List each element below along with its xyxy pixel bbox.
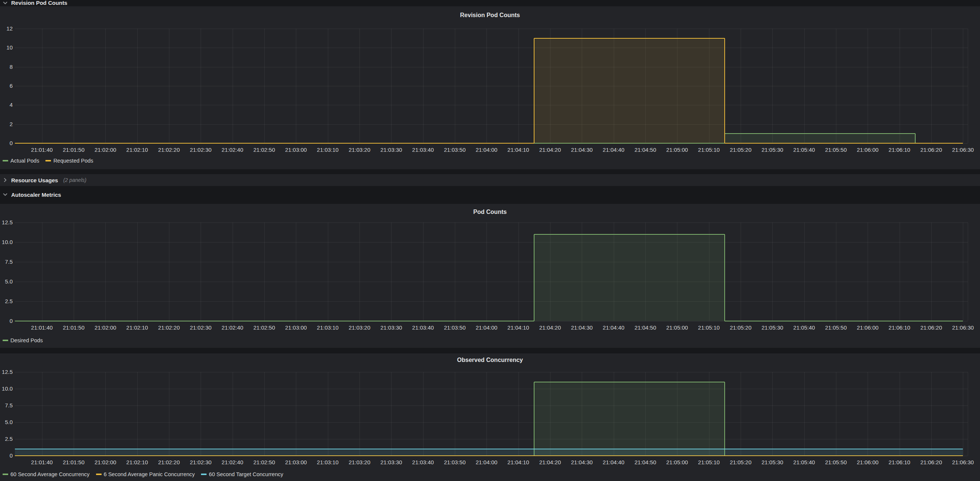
x-axis-tick-label: 21:01:40 <box>26 324 58 331</box>
legend-label: 60 Second Target Concurrency <box>209 471 283 477</box>
y-axis-tick-label: 2.5 <box>0 298 13 305</box>
legend-color-dash <box>3 473 8 475</box>
x-axis-tick-label: 21:05:40 <box>789 324 820 331</box>
legend-color-dash <box>96 473 102 475</box>
x-axis-tick-label: 21:03:50 <box>439 459 471 466</box>
plot-area[interactable] <box>15 372 968 456</box>
row-panels-count: (2 panels) <box>63 177 86 183</box>
y-axis-tick-label: 12.5 <box>0 369 13 375</box>
y-axis-tick-label: 10.0 <box>0 386 13 392</box>
x-axis-tick-label: 21:04:50 <box>630 459 661 466</box>
legend-item[interactable]: 60 Second Target Concurrency <box>201 471 283 477</box>
x-axis-tick-label: 21:05:20 <box>725 459 756 466</box>
panel-legend: Desired Pods <box>3 337 43 344</box>
x-axis-tick-label: 21:06:10 <box>884 459 915 466</box>
x-axis-tick-label: 21:02:10 <box>122 146 153 153</box>
x-axis-tick-label: 21:06:10 <box>884 324 915 331</box>
x-axis-tick-label: 21:01:40 <box>26 146 58 153</box>
x-axis-tick-label: 21:04:30 <box>566 324 597 331</box>
y-axis-tick-label: 10.0 <box>0 239 13 246</box>
panel-title[interactable]: Pod Counts <box>0 209 980 215</box>
plot-area[interactable] <box>15 29 968 143</box>
x-axis-tick-label: 21:03:40 <box>407 459 439 466</box>
row-title: Resource Usages <box>11 177 58 183</box>
x-axis-tick-label: 21:03:20 <box>344 459 375 466</box>
y-axis-tick-label: 12.5 <box>0 219 13 226</box>
row-title: Autoscaler Metrics <box>11 192 61 198</box>
x-axis-tick-label: 21:04:20 <box>535 146 566 153</box>
x-axis-tick-label: 21:05:50 <box>820 324 851 331</box>
x-axis-tick-label: 21:04:10 <box>503 459 534 466</box>
plot-right-edge <box>968 222 968 321</box>
chevron-right-icon <box>3 178 8 183</box>
legend-color-dash <box>45 160 51 162</box>
chevron-down-icon <box>3 0 8 6</box>
x-axis-tick-label: 21:02:30 <box>185 459 216 466</box>
y-axis-tick-label: 5.0 <box>0 278 13 285</box>
x-axis-tick-label: 21:03:40 <box>407 146 439 153</box>
x-axis-tick-label: 21:03:10 <box>312 459 344 466</box>
x-axis-tick-label: 21:03:00 <box>280 459 312 466</box>
panel-title[interactable]: Revision Pod Counts <box>0 12 980 19</box>
x-axis-tick-label: 21:04:00 <box>471 324 502 331</box>
x-axis-tick-label: 21:06:00 <box>852 324 883 331</box>
x-axis-tick-label: 21:05:20 <box>725 146 756 153</box>
y-axis-tick-label: 12 <box>0 25 13 32</box>
x-axis-tick-label: 21:05:00 <box>662 459 693 466</box>
x-axis-tick-label: 21:06:00 <box>852 459 883 466</box>
x-axis-tick-label: 21:01:50 <box>58 459 89 466</box>
legend-item[interactable]: Actual Pods <box>3 158 39 164</box>
plot-area[interactable] <box>15 222 968 321</box>
x-axis-tick-label: 21:03:30 <box>375 146 407 153</box>
x-axis-tick-label: 21:02:50 <box>249 146 280 153</box>
chevron-down-icon <box>3 192 8 197</box>
legend-color-dash <box>201 473 207 475</box>
x-axis-tick-label: 21:06:20 <box>916 459 947 466</box>
x-axis-tick-label: 21:05:50 <box>820 146 851 153</box>
legend-item[interactable]: Desired Pods <box>3 337 43 343</box>
x-axis-tick-label: 21:06:30 <box>947 146 978 153</box>
x-axis-tick-label: 21:05:10 <box>694 459 725 466</box>
panel-legend: Actual PodsRequested Pods <box>3 157 94 164</box>
panel-title-text: Pod Counts <box>473 209 507 215</box>
legend-label: 6 Second Average Panic Concurrency <box>104 471 195 477</box>
x-axis-tick-label: 21:03:20 <box>344 324 375 331</box>
panel-revision-pod-counts: Revision Pod Counts 02468101221:01:4021:… <box>0 6 980 169</box>
x-axis-tick-label: 21:02:20 <box>153 324 185 331</box>
legend-item[interactable]: Requested Pods <box>45 158 93 164</box>
x-axis-tick-label: 21:04:10 <box>503 324 534 331</box>
x-axis-tick-label: 21:02:10 <box>122 324 153 331</box>
y-axis-tick-label: 0 <box>0 318 13 324</box>
row-header-autoscaler-metrics[interactable]: Autoscaler Metrics <box>0 188 980 201</box>
legend-label: Requested Pods <box>53 158 93 164</box>
legend-item[interactable]: 6 Second Average Panic Concurrency <box>96 471 195 477</box>
x-axis-tick-label: 21:02:50 <box>249 459 280 466</box>
panel-title[interactable]: Observed Concurrency <box>0 357 980 364</box>
x-axis-tick-label: 21:06:30 <box>947 459 978 466</box>
x-axis-tick-label: 21:01:40 <box>26 459 58 466</box>
x-axis-tick-label: 21:02:00 <box>90 324 121 331</box>
x-axis-tick-label: 21:03:50 <box>439 324 471 331</box>
x-axis-tick-label: 21:03:30 <box>375 459 407 466</box>
x-axis-tick-label: 21:03:30 <box>375 324 407 331</box>
row-title: Revision Pod Counts <box>11 0 67 6</box>
y-axis-tick-label: 7.5 <box>0 259 13 265</box>
x-axis-tick-label: 21:05:40 <box>789 146 820 153</box>
row-header-revision-pod-counts[interactable]: Revision Pod Counts <box>0 0 980 7</box>
panel-pod-counts: Pod Counts 02.55.07.510.012.521:01:4021:… <box>0 204 980 348</box>
x-axis-tick-label: 21:02:40 <box>217 146 248 153</box>
x-axis-tick-label: 21:01:50 <box>58 324 89 331</box>
x-axis-tick-label: 21:04:50 <box>630 324 661 331</box>
y-axis-tick-label: 0 <box>0 140 13 146</box>
x-axis-tick-label: 21:04:10 <box>503 146 534 153</box>
x-axis-tick-label: 21:05:10 <box>694 146 725 153</box>
x-axis-tick-label: 21:06:20 <box>916 324 947 331</box>
row-header-resource-usages[interactable]: Resource Usages (2 panels) <box>0 174 980 186</box>
x-axis-tick-label: 21:05:10 <box>694 324 725 331</box>
x-axis-tick-label: 21:04:00 <box>471 146 502 153</box>
grafana-dashboard: Revision Pod Counts Revision Pod Counts … <box>0 0 980 481</box>
x-axis-tick-label: 21:05:00 <box>662 146 693 153</box>
legend-item[interactable]: 60 Second Average Concurrency <box>3 471 90 477</box>
x-axis-tick-label: 21:03:00 <box>280 324 312 331</box>
x-axis-tick-label: 21:03:50 <box>439 146 471 153</box>
